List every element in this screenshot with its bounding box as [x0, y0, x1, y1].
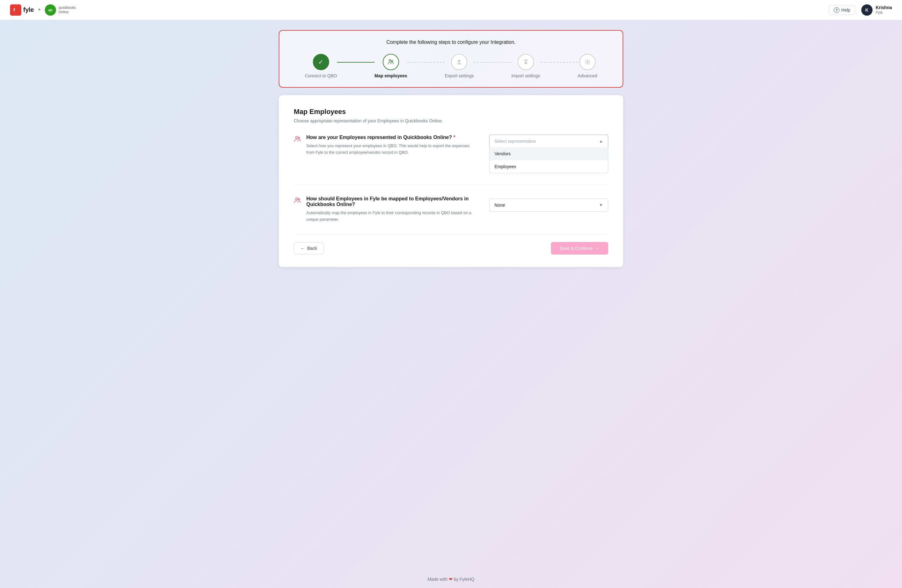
- svg-point-10: [298, 199, 300, 200]
- connector-2: [407, 62, 445, 63]
- step-label-connect: Connect to QBO: [305, 73, 337, 78]
- desc-2: Automatically map the employees in Fyle …: [306, 210, 474, 223]
- section-content-representation: How are your Employees represented in Qu…: [306, 134, 474, 156]
- chevron-up-icon: ▲: [599, 139, 603, 143]
- step-item-export: Export settings: [445, 54, 474, 78]
- step-item-map: Map employees: [374, 54, 407, 78]
- main-content: Complete the following steps to configur…: [0, 20, 902, 571]
- step-label-export: Export settings: [445, 73, 474, 78]
- form-subtitle: Choose appropriate representation of you…: [294, 118, 608, 124]
- step-item-advanced: Advanced: [578, 54, 597, 78]
- svg-text:f: f: [14, 8, 15, 13]
- section-right-mapping: None ▼: [489, 196, 608, 212]
- qbo-text: quickbooks Online: [59, 6, 76, 14]
- svg-point-4: [389, 59, 391, 61]
- step-circle-connect: ✓: [313, 54, 329, 70]
- option-vendors[interactable]: Vendors: [490, 147, 608, 160]
- svg-point-5: [391, 60, 393, 62]
- representation-dropdown-menu: Vendors Employees: [489, 147, 608, 173]
- people-icon-1: [294, 135, 301, 156]
- back-arrow-icon: ←: [301, 246, 305, 251]
- user-name: Krishna: [876, 5, 892, 10]
- steps-row: ✓ Connect to QBO Map employees: [294, 54, 608, 78]
- step-label-import: Import settings: [511, 73, 540, 78]
- fyle-icon: f: [10, 5, 21, 16]
- plus-sign: +: [38, 6, 41, 13]
- svg-point-7: [296, 136, 298, 139]
- user-details: Krishna Fyle: [876, 5, 892, 15]
- mapping-dropdown[interactable]: None ▼: [489, 199, 608, 212]
- required-star-1: *: [453, 134, 455, 140]
- form-footer: ← Back Save & Continue →: [294, 234, 608, 255]
- question-1: How are your Employees represented in Qu…: [306, 134, 474, 140]
- help-icon: ?: [834, 7, 839, 13]
- section-divider: [294, 185, 608, 185]
- help-button[interactable]: ? Help: [829, 5, 855, 15]
- steps-title: Complete the following steps to configur…: [294, 39, 608, 45]
- user-info: K Krishna Fyle: [861, 5, 892, 16]
- section-left-representation: How are your Employees represented in Qu…: [294, 134, 474, 156]
- svg-point-9: [296, 198, 298, 200]
- chevron-down-icon: ▼: [599, 203, 603, 207]
- steps-card: Complete the following steps to configur…: [279, 30, 623, 88]
- section-left-mapping: How should Employees in Fyle be mapped t…: [294, 196, 474, 223]
- form-section-representation: How are your Employees represented in Qu…: [294, 134, 608, 173]
- option-employees[interactable]: Employees: [490, 160, 608, 173]
- connector-1: [337, 62, 374, 63]
- back-button[interactable]: ← Back: [294, 242, 324, 254]
- svg-point-8: [298, 137, 300, 139]
- svg-text:qb: qb: [48, 8, 53, 12]
- qbo-icon: qb: [45, 5, 56, 16]
- form-card: Map Employees Choose appropriate represe…: [279, 95, 623, 267]
- step-label-advanced: Advanced: [578, 73, 597, 78]
- step-label-map: Map employees: [374, 73, 407, 78]
- svg-point-6: [587, 61, 588, 63]
- fyle-text: fyle: [23, 6, 34, 14]
- step-circle-export: [451, 54, 467, 70]
- save-continue-button[interactable]: Save & Continue →: [551, 242, 608, 255]
- representation-dropdown-trigger[interactable]: Select representation ▲: [489, 134, 608, 147]
- avatar: K: [861, 5, 872, 16]
- form-section-mapping: How should Employees in Fyle be mapped t…: [294, 196, 608, 223]
- connector-4: [540, 62, 578, 63]
- step-item-connect: ✓ Connect to QBO: [305, 54, 337, 78]
- representation-dropdown[interactable]: Select representation ▲ Vendors Employee…: [489, 134, 608, 173]
- step-circle-map: [383, 54, 399, 70]
- step-item-import: Import settings: [511, 54, 540, 78]
- save-arrow-icon: →: [595, 246, 600, 251]
- step-circle-advanced: [579, 54, 596, 70]
- question-2: How should Employees in Fyle be mapped t…: [306, 196, 474, 207]
- qbo-logo: qb quickbooks Online: [45, 5, 76, 16]
- fyle-logo: f fyle: [10, 5, 34, 16]
- desc-1: Select how you represent your employees …: [306, 143, 474, 156]
- page-footer: Made with ❤ by FyleHQ: [0, 571, 902, 588]
- section-right-representation: Select representation ▲ Vendors Employee…: [489, 134, 608, 173]
- people-icon-2: [294, 197, 301, 223]
- heart-icon: ❤: [449, 577, 453, 582]
- user-org: Fyle: [876, 10, 892, 15]
- connector-3: [474, 62, 511, 63]
- header-right: ? Help K Krishna Fyle: [829, 5, 892, 16]
- section-content-mapping: How should Employees in Fyle be mapped t…: [306, 196, 474, 223]
- form-title: Map Employees: [294, 108, 608, 116]
- logo-group: f fyle + qb quickbooks Online: [10, 5, 76, 16]
- step-circle-import: [518, 54, 534, 70]
- header: f fyle + qb quickbooks Online ? Help: [0, 0, 902, 20]
